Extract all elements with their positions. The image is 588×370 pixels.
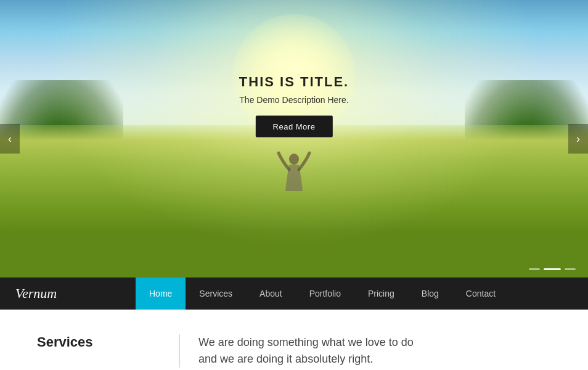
nav-item-home[interactable]: Home (136, 278, 186, 310)
hero-section: THIS IS TITLE. The Demo Description Here… (0, 0, 588, 278)
hero-prev-arrow[interactable]: ‹ (0, 124, 20, 154)
nav-item-blog[interactable]: Blog (408, 278, 452, 310)
hero-next-arrow[interactable]: › (568, 124, 588, 154)
slider-dot-1[interactable] (529, 268, 540, 270)
nav-item-about[interactable]: About (246, 278, 296, 310)
chevron-right-icon: › (576, 133, 580, 146)
hero-content: THIS IS TITLE. The Demo Description Here… (239, 74, 349, 138)
hero-description: The Demo Description Here. (239, 95, 349, 105)
navbar-nav: Home Services About Portfolio Pricing Bl… (136, 278, 588, 310)
svg-point-0 (289, 154, 299, 165)
services-text-line2: and we are doing it absolutely right. (198, 353, 373, 365)
services-divider (179, 334, 180, 368)
chevron-left-icon: ‹ (8, 133, 12, 146)
services-description: We are doing something what we love to d… (198, 334, 414, 368)
services-section-label: Services (37, 334, 160, 368)
hero-cta-button[interactable]: Read More (256, 116, 333, 138)
hero-slider-dots (529, 268, 576, 270)
services-text-line1: We are doing something what we love to d… (198, 336, 414, 348)
slider-dot-3[interactable] (565, 268, 576, 270)
nav-item-services[interactable]: Services (186, 278, 246, 310)
hero-person (276, 148, 312, 222)
slider-dot-2[interactable] (544, 268, 561, 270)
nav-item-pricing[interactable]: Pricing (354, 278, 408, 310)
hero-title: THIS IS TITLE. (239, 74, 349, 90)
below-fold-section: Services We are doing something what we … (0, 310, 588, 370)
hero-sunbeam (0, 0, 588, 278)
navbar: Vernum Home Services About Portfolio Pri… (0, 278, 588, 310)
nav-item-portfolio[interactable]: Portfolio (296, 278, 354, 310)
navbar-brand[interactable]: Vernum (0, 286, 136, 302)
nav-item-contact[interactable]: Contact (452, 278, 509, 310)
